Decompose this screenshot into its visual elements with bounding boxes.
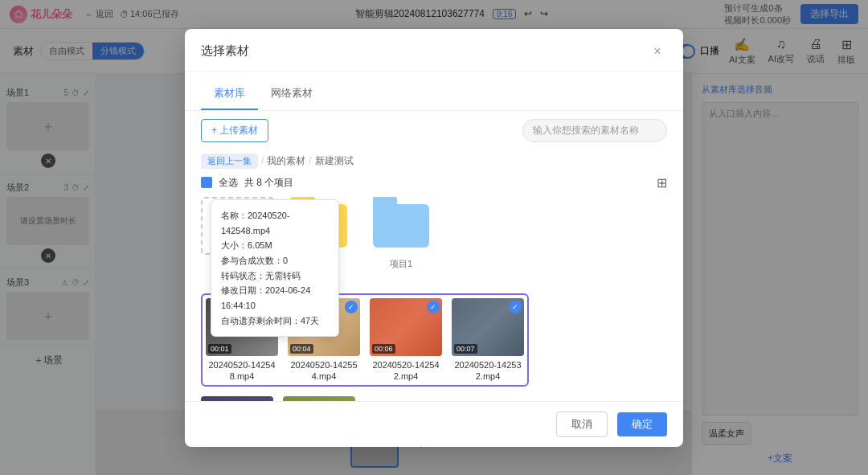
video-1-duration: 00:01 [208, 344, 231, 354]
modal-tabs: 素材库 网络素材 [185, 72, 683, 111]
folder-project1-name: 项目1 [390, 258, 412, 269]
video-tooltip: 名称：20240520-142548.mp4 大小：6.05M 参与合成次数：0… [211, 199, 339, 338]
video-thumb-3: 00:06 ✓ [370, 298, 442, 356]
video-item-4[interactable]: 00:07 ✓ 20240520-142532.mp4 [452, 298, 524, 383]
grid-icon: ⊞ [657, 176, 667, 190]
modal-footer: 取消 确定 [185, 401, 683, 447]
video-4-duration: 00:07 [454, 344, 477, 354]
tooltip-join: 参与合成次数：0 [221, 253, 329, 268]
video-4-check: ✓ [509, 301, 522, 313]
tab-network[interactable]: 网络素材 [258, 81, 326, 110]
confirm-button[interactable]: 确定 [617, 412, 667, 436]
video-3-duration: 00:06 [372, 344, 395, 354]
video-3-check: ✓ [427, 301, 440, 313]
select-all-checkbox[interactable] [201, 177, 212, 188]
total-label: 共 8 个项目 [244, 176, 293, 190]
select-asset-modal: 选择素材 × 素材库 网络素材 + 上传素材 输入你想搜索的素材名称 返回上一集… [185, 29, 683, 447]
upload-button[interactable]: + 上传素材 [201, 119, 268, 142]
modal-title: 选择素材 [201, 43, 249, 59]
video-3-name: 20240520-142542.mp4 [372, 359, 439, 383]
small-video-thumb-2: 00:20 [283, 396, 355, 400]
grid-view-btn[interactable]: ⊞ [657, 175, 667, 190]
breadcrumb-sep-2: / [309, 155, 311, 166]
breadcrumb-back-btn[interactable]: 返回上一集 [201, 154, 258, 169]
cancel-button[interactable]: 取消 [556, 412, 608, 437]
search-input[interactable]: 输入你想搜索的素材名称 [522, 119, 667, 142]
small-video-1[interactable]: 00:13 小吃店直播.mp4 [201, 396, 273, 400]
modal-toolbar: + 上传素材 输入你想搜索的素材名称 [185, 111, 683, 150]
tooltip-name: 名称：20240520-142548.mp4 [221, 208, 329, 238]
modal-select-bar: 全选 共 8 个项目 ⊞ [185, 175, 683, 197]
video-selection-box: 00:01 ✓ 20240520-142548.mp4 00:04 ✓ 2024… [201, 293, 529, 387]
folder-project1-icon [365, 197, 437, 255]
breadcrumb-sep-1: / [261, 155, 264, 166]
select-all-label[interactable]: 全选 [219, 176, 238, 190]
modal-header: 选择素材 × [185, 29, 683, 72]
tooltip-size: 大小：6.05M [221, 238, 329, 253]
video-2-duration: 00:04 [290, 344, 313, 354]
breadcrumb-folder[interactable]: 新建测试 [315, 154, 354, 168]
tooltip-date: 修改日期：2024-06-24 16:44:10 [221, 283, 329, 313]
file-grid: + 新建文件夹 1124 2项目 项目1 [201, 197, 667, 387]
breadcrumb-mine[interactable]: 我的素材 [267, 154, 305, 168]
tab-library[interactable]: 素材库 [201, 81, 258, 110]
video-thumb-4: 00:07 ✓ [452, 298, 524, 356]
modal-breadcrumb: 返回上一集 / 我的素材 / 新建测试 [185, 150, 683, 175]
small-video-thumb-1: 00:13 [201, 396, 273, 400]
folder-project1-item[interactable]: 项目1 [365, 197, 437, 284]
video-2-name: 20240520-142554.mp4 [290, 359, 357, 383]
tooltip-auto-delete: 自动遗弃剩余时间：47天 [221, 313, 329, 329]
video-item-3[interactable]: 00:06 ✓ 20240520-142542.mp4 [370, 298, 442, 383]
blue-folder-shape [373, 204, 429, 248]
small-video-2[interactable]: 00:20 视频1.mp4 [283, 396, 355, 400]
video-4-name: 20240520-142532.mp4 [454, 359, 521, 383]
video-1-name: 20240520-142548.mp4 [208, 359, 275, 383]
tooltip-transcode: 转码状态：无需转码 [221, 268, 329, 284]
video-2-check: ✓ [345, 301, 358, 313]
modal-body: + 新建文件夹 1124 2项目 项目1 [185, 197, 683, 401]
modal-overlay: 选择素材 × 素材库 网络素材 + 上传素材 输入你想搜索的素材名称 返回上一集… [0, 0, 868, 475]
modal-close-button[interactable]: × [648, 42, 667, 61]
